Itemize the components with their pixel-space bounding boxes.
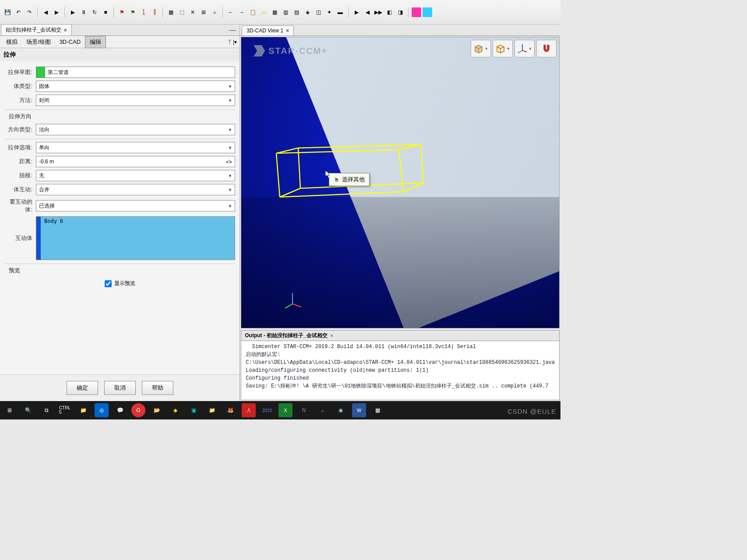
toolbar-palette-icon[interactable]: ▬ — [335, 7, 345, 17]
direction-group-label: 拉伸方向 — [4, 109, 235, 121]
toolbar-stop-icon[interactable]: ■ — [101, 7, 110, 17]
distance-input[interactable]: -0.6 m ◂?▸ — [36, 156, 235, 167]
close-icon[interactable]: × — [286, 28, 289, 34]
cancel-button[interactable]: 取消 — [104, 381, 136, 395]
subtab-edit[interactable]: 编辑 — [85, 36, 106, 48]
task-pdf[interactable]: 人 — [242, 403, 256, 417]
toolbar-play-icon[interactable]: ▶ — [68, 7, 78, 17]
view-magnet-icon[interactable] — [536, 40, 557, 57]
task-wechat[interactable]: 💬 — [113, 403, 127, 417]
toolbar-cubeoff-icon[interactable]: ◈ — [303, 7, 312, 17]
toolbar-region-icon[interactable]: ⬚ — [177, 7, 187, 17]
view-tab[interactable]: 3D-CAD View 1 × — [242, 25, 294, 35]
windows-taskbar: ⊞ 🔍 ⧉ CTRL5 📁 ◎ 💬 G 📂 ◆ ▣ 📁 🦊 人 2019 X N… — [0, 401, 560, 419]
bodytype-dropdown[interactable]: 固体 ▼ — [36, 81, 235, 92]
list-item[interactable]: Body 6 — [42, 217, 235, 225]
toolbar-grid-icon[interactable]: ▦ — [270, 7, 279, 17]
task-misc1[interactable]: ◉ — [334, 403, 348, 417]
toolbar-box-icon[interactable]: ▦ — [166, 7, 176, 17]
taskview-icon[interactable]: ⧉ — [39, 403, 53, 417]
subtab-3dcad[interactable]: 3D-CAD — [55, 37, 85, 47]
task-starccm[interactable]: 2019 — [260, 403, 274, 417]
task-explorer[interactable]: 📂 — [150, 403, 164, 417]
toolbar-cross-icon[interactable]: ✕ — [188, 7, 197, 17]
interaction-body-list[interactable]: Body 6 — [36, 216, 235, 260]
output-body[interactable]: Simcenter STAR-CCM+ 2019.2 Build 14.04.0… — [241, 341, 559, 400]
dirtype-dropdown[interactable]: 法向 ▼ — [36, 124, 235, 135]
subtab-scene[interactable]: 场景/绘图 — [22, 36, 55, 48]
view-axes-icon[interactable]: ▼ — [514, 40, 535, 57]
selection-wireframe[interactable] — [276, 144, 425, 197]
options-dropdown[interactable]: 单向 ▼ — [36, 142, 235, 153]
toolbar-copy-icon[interactable]: 📋 — [248, 7, 257, 17]
toolbar-undo-icon[interactable]: ↶ — [14, 7, 23, 17]
toolbar-sel2-icon[interactable] — [423, 7, 432, 17]
preview-checkbox[interactable] — [105, 280, 112, 287]
task-notes[interactable]: N — [297, 403, 311, 417]
color-swatch-icon — [36, 67, 45, 77]
toolbar-cube1-icon[interactable]: ◧ — [384, 7, 394, 17]
view-cube-icon[interactable]: ▼ — [471, 40, 491, 57]
toolbar-save-icon[interactable]: 💾 — [3, 7, 12, 17]
search-icon[interactable]: 🔍 — [21, 403, 35, 417]
task-yellow[interactable]: ◆ — [168, 403, 182, 417]
interactbody-dropdown[interactable]: 已选择 ▼ — [36, 200, 235, 211]
toolbar-navprev-icon[interactable]: ← — [226, 7, 236, 17]
task-app-2[interactable]: ◎ — [95, 403, 109, 417]
close-icon[interactable]: × — [64, 27, 67, 33]
ime-icon[interactable]: CTRL5 — [58, 403, 72, 417]
toolbar-tri1-icon[interactable]: ▶ — [352, 7, 361, 17]
tree-icon[interactable]: ᛘ — [228, 39, 231, 45]
3d-viewport[interactable]: STAR-CCM+ — [241, 37, 559, 328]
distance-suffix[interactable]: ◂?▸ — [226, 159, 232, 165]
toolbar-link-icon[interactable]: ⟐ — [210, 7, 219, 17]
toolbar-grid2-icon[interactable]: ▥ — [281, 7, 290, 17]
subtab-simulate[interactable]: 模拟 — [2, 36, 22, 48]
toolbar-tri3-icon[interactable]: ▶▶ — [374, 7, 383, 17]
method-dropdown[interactable]: 封闭 ▼ — [36, 95, 235, 106]
help-button[interactable]: 帮助 — [142, 381, 173, 395]
task-excel[interactable]: X — [278, 403, 292, 417]
task-misc2[interactable]: ▦ — [370, 403, 384, 417]
toolbar-tri2-icon[interactable]: ◀ — [363, 7, 372, 17]
chevron-down-icon: ▼ — [228, 187, 232, 192]
scrollbar[interactable] — [36, 217, 41, 260]
toolbar-flag2-icon[interactable]: ⚑ — [128, 7, 137, 17]
toolbar-prev-icon[interactable]: ◀ — [41, 7, 50, 17]
toolbar-sel1-icon[interactable] — [412, 7, 421, 17]
toolbar-slice-icon[interactable]: ◫ — [314, 7, 323, 17]
view-orient-icon[interactable]: ▼ — [493, 40, 513, 57]
close-icon[interactable]: × — [330, 333, 333, 339]
toolbar-triad-icon[interactable]: ✦ — [324, 7, 334, 17]
interaction-dropdown[interactable]: 合并 ▼ — [36, 184, 235, 195]
toolbar-mesh-icon[interactable]: ⊞ — [199, 7, 208, 17]
ok-button[interactable]: 确定 — [67, 381, 98, 395]
task-music[interactable]: G — [131, 403, 145, 417]
toolbar-person-icon[interactable]: 🚶 — [139, 7, 148, 17]
axis-triad-icon — [282, 289, 303, 310]
toolbar-navnext-icon[interactable]: → — [237, 7, 247, 17]
minimize-icon[interactable]: — — [229, 26, 236, 34]
doc-tab[interactable]: 始没扣掉柱子_会试相交 × — [1, 24, 72, 35]
toolbar-stand-icon[interactable]: 🧍 — [150, 7, 159, 17]
task-word[interactable]: W — [352, 403, 366, 417]
task-cyan[interactable]: ▣ — [187, 403, 201, 417]
toolbar-render-icon[interactable]: ▭ — [259, 7, 268, 17]
toolbar-flag-icon[interactable]: ⚑ — [117, 7, 127, 17]
task-firefox[interactable]: 🦊 — [223, 403, 237, 417]
toolbar-grid3-icon[interactable]: ▤ — [292, 7, 301, 17]
task-cad[interactable]: ⟁ — [315, 403, 329, 417]
toolbar-next-icon[interactable]: ▶ — [52, 7, 61, 17]
task-explorer2[interactable]: 📁 — [205, 403, 219, 417]
start-button[interactable]: ⊞ — [3, 403, 17, 417]
toolbar-redo-icon[interactable]: ↷ — [25, 7, 34, 17]
task-app-1[interactable]: 📁 — [76, 403, 90, 417]
bodytype-label: 体类型: — [4, 82, 36, 90]
toolbar-cube2-icon[interactable]: ◨ — [395, 7, 405, 17]
draft-dropdown[interactable]: 无 ▼ — [36, 170, 235, 181]
tree-dropdown-icon[interactable]: |▾ — [233, 39, 237, 45]
sketch-input[interactable]: 第二管道 — [36, 67, 235, 78]
toolbar-step-icon[interactable]: ↻ — [90, 7, 99, 17]
context-menu[interactable]: 🖱 选择其他 — [329, 173, 370, 186]
toolbar-pause2-icon[interactable]: ⏸ — [79, 7, 88, 17]
